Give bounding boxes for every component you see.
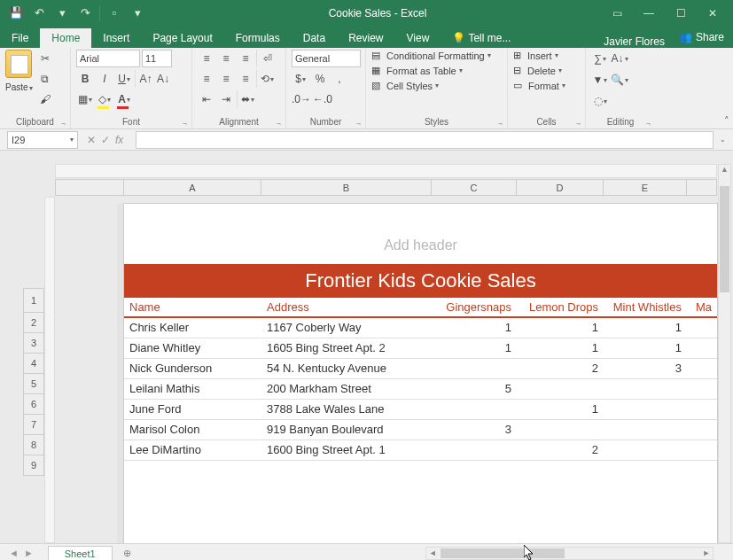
align-top-icon[interactable]: ≡ (198, 50, 215, 67)
merge-center-button[interactable]: ⬌▾ (237, 90, 254, 108)
formula-bar: I29▾ ✕ ✓ fx ⌄ (0, 129, 733, 151)
cell-styles-icon: ▧ (371, 80, 380, 91)
new-icon[interactable]: ▫ (105, 4, 123, 22)
table-row[interactable]: Lee DiMartino1600 Bing Street Apt. 12 (124, 439, 717, 460)
undo-icon[interactable]: ↶ (30, 4, 48, 22)
increase-decimal-icon[interactable]: .0→ (292, 90, 311, 108)
paste-button[interactable]: Paste▾ (5, 81, 33, 92)
ribbon-display-icon[interactable]: ▭ (609, 5, 625, 21)
tab-home[interactable]: Home (40, 28, 91, 48)
cancel-formula-icon[interactable]: ✕ (87, 134, 96, 146)
align-center-icon[interactable]: ≡ (217, 70, 235, 88)
tab-page-layout[interactable]: Page Layout (141, 28, 223, 48)
table-row[interactable]: Leilani Mathis200 Markham Street5 (124, 378, 717, 399)
orientation-icon[interactable]: ⟲▾ (256, 70, 274, 88)
tab-review[interactable]: Review (337, 28, 394, 48)
page-preview: Add header Frontier Kids Cookie Sales Na… (124, 204, 717, 543)
align-right-icon[interactable]: ≡ (237, 70, 254, 88)
borders-button[interactable]: ▦▾ (76, 90, 94, 108)
align-left-icon[interactable]: ≡ (198, 70, 215, 88)
vertical-scrollbar[interactable]: ▲ (718, 164, 731, 543)
font-color-button[interactable]: A▾ (115, 90, 133, 108)
maximize-icon[interactable]: ☐ (673, 5, 689, 21)
font-name-combo[interactable] (76, 50, 140, 67)
tell-me[interactable]: 💡 Tell me... (441, 28, 522, 48)
tab-file[interactable]: File (0, 28, 40, 48)
prev-sheet-icon[interactable]: ◄ (9, 548, 19, 558)
table-row[interactable]: Chris Keller1167 Coberly Way111 (124, 317, 717, 338)
new-sheet-icon[interactable]: ⊕ (123, 548, 131, 559)
copy-icon[interactable]: ⧉ (36, 70, 54, 88)
redo-icon[interactable]: ↷ (76, 4, 94, 22)
find-select-icon[interactable]: 🔍▾ (611, 71, 628, 89)
fx-icon[interactable]: fx (115, 134, 123, 146)
group-clipboard: Clipboard (5, 117, 65, 128)
format-as-table-icon: ▦ (371, 65, 380, 76)
insert-cells-icon: ⊞ (513, 50, 521, 61)
sort-filter-icon[interactable]: A↓▾ (611, 50, 628, 67)
tab-data[interactable]: Data (292, 28, 337, 48)
enter-formula-icon[interactable]: ✓ (101, 134, 110, 146)
sheet-tab-sheet1[interactable]: Sheet1 (48, 546, 113, 561)
group-alignment: Alignment (198, 117, 280, 128)
fill-icon[interactable]: ▼▾ (591, 71, 609, 89)
format-cells-button[interactable]: ▭ Format▾ (513, 80, 565, 91)
bold-button[interactable]: B (76, 70, 94, 88)
name-box[interactable]: I29▾ (7, 131, 78, 149)
undo-dropdown-icon[interactable]: ▾ (53, 4, 71, 22)
share-button[interactable]: 👥Share (670, 27, 733, 48)
decrease-indent-icon[interactable]: ⇤ (198, 90, 215, 108)
shrink-font-icon[interactable]: A↓ (154, 70, 172, 88)
sheet-title[interactable]: Frontier Kids Cookie Sales (124, 264, 717, 298)
autosum-icon[interactable]: ∑▾ (591, 50, 609, 67)
cut-icon[interactable]: ✂ (36, 50, 54, 67)
tab-view[interactable]: View (395, 28, 441, 48)
worksheet-area: ▲ A B C D E 1 2 3 4 5 6 7 8 9 Add header… (0, 151, 733, 543)
accounting-format-icon[interactable]: $▾ (292, 70, 309, 88)
vertical-ruler (44, 197, 55, 543)
percent-format-icon[interactable]: % (311, 70, 329, 88)
number-format-combo[interactable] (292, 50, 361, 67)
row-headers[interactable]: 1 2 3 4 5 6 7 8 9 (23, 288, 44, 476)
insert-cells-button[interactable]: ⊞ Insert▾ (513, 50, 558, 61)
format-as-table-button[interactable]: ▦ Format as Table▾ (371, 65, 463, 76)
add-header-placeholder[interactable]: Add header (124, 237, 717, 253)
group-styles: Styles (371, 117, 502, 128)
grow-font-icon[interactable]: A↑ (135, 70, 152, 88)
table-row[interactable]: Marisol Colon919 Banyan Boulevard3 (124, 419, 717, 439)
next-sheet-icon[interactable]: ► (24, 548, 34, 558)
minimize-icon[interactable]: — (641, 5, 657, 21)
wrap-text-icon[interactable]: ⏎ (256, 50, 274, 67)
comma-format-icon[interactable]: , (331, 70, 348, 88)
italic-button[interactable]: I (96, 70, 113, 88)
formula-input[interactable] (136, 131, 714, 149)
group-cells: Cells (513, 117, 580, 128)
delete-cells-button[interactable]: ⊟ Delete▾ (513, 65, 562, 76)
table-row[interactable]: June Ford3788 Lake Wales Lane1 (124, 399, 717, 419)
increase-indent-icon[interactable]: ⇥ (217, 90, 235, 108)
data-table[interactable]: NameAddress GingersnapsLemon Drops Mint … (124, 298, 717, 461)
table-row[interactable]: Nick Gunderson54 N. Kentucky Avenue23 (124, 358, 717, 378)
collapse-ribbon-icon[interactable]: ˄ (724, 115, 729, 127)
table-row[interactable]: Diane Whitley1605 Bing Street Apt. 2111 (124, 338, 717, 358)
tab-formulas[interactable]: Formulas (224, 28, 292, 48)
save-icon[interactable]: 💾 (7, 4, 25, 22)
user-name[interactable]: Javier Flores (604, 35, 670, 48)
expand-formula-bar-icon[interactable]: ⌄ (719, 136, 726, 144)
tab-insert[interactable]: Insert (91, 28, 141, 48)
close-icon[interactable]: ✕ (705, 5, 721, 21)
qat-customize-icon[interactable]: ▾ (129, 4, 146, 22)
clear-icon[interactable]: ◌▾ (591, 92, 609, 110)
align-middle-icon[interactable]: ≡ (217, 50, 235, 67)
conditional-formatting-button[interactable]: ▤ Conditional Formatting▾ (371, 50, 491, 61)
horizontal-scrollbar[interactable]: ◄► (425, 547, 714, 560)
font-size-combo[interactable] (142, 50, 172, 67)
decrease-decimal-icon[interactable]: ←.0 (313, 90, 332, 108)
underline-button[interactable]: U▾ (115, 70, 133, 88)
column-headers[interactable]: A B C D E (55, 179, 717, 196)
format-painter-icon[interactable]: 🖌 (36, 90, 54, 108)
fill-color-button[interactable]: ◇▾ (96, 90, 113, 108)
paste-icon[interactable] (5, 50, 32, 78)
cell-styles-button[interactable]: ▧ Cell Styles▾ (371, 80, 439, 91)
align-bottom-icon[interactable]: ≡ (237, 50, 254, 67)
